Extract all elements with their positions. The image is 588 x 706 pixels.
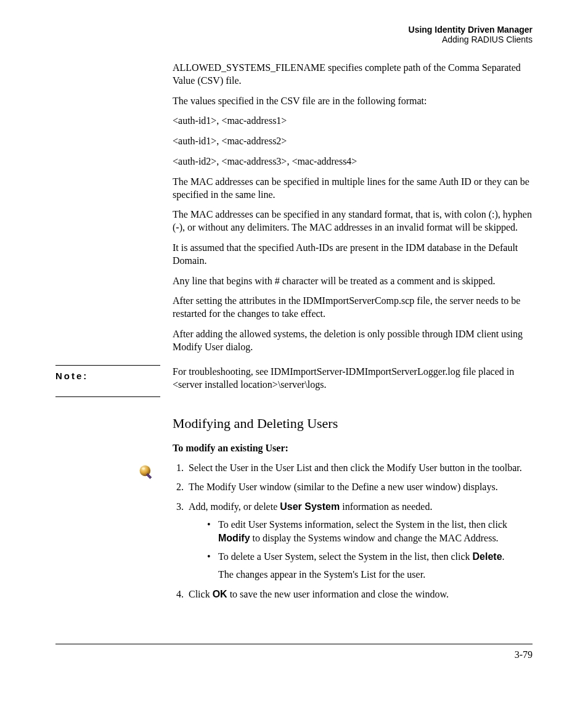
bullet-followup: The changes appear in the System's List … [218,568,533,581]
modify-user-icon [138,464,155,483]
section-heading-wrap: Modifying and Deleting Users To modify a… [173,416,533,454]
note-label-cell: Note: [55,361,173,397]
paragraph: <auth-id1>, <mac-address2> [173,135,533,148]
step-text: to save the new user information and clo… [227,589,449,599]
bullet-text: to display the Systems window and change… [250,533,499,543]
svg-point-1 [142,467,145,470]
step-2: The Modify User window (similar to the D… [186,480,533,494]
step-text: The Modify User window (similar to the D… [189,482,498,492]
bold-term: Delete [473,551,502,562]
paragraph: Any line that begins with # character wi… [173,275,533,288]
step-4: Click OK to save the new user informatio… [186,588,533,601]
step-text: Add, modify, or delete [189,501,280,512]
step-3: Add, modify, or delete User System infor… [186,500,533,581]
header-title: Using Identity Driven Manager [55,25,533,35]
procedure-icon-cell [55,461,173,483]
step-text: information as needed. [340,501,432,512]
note-label-box: Note: [55,365,160,397]
paragraph: After adding the allowed systems, the de… [173,328,533,354]
step-text: Click [189,589,213,599]
bold-term: User System [280,501,340,512]
bullet-text: . [502,551,505,562]
bold-term: OK [213,589,227,599]
paragraph: It is assumed that the specified Auth-ID… [173,242,533,268]
paragraph: ALLOWED_SYSTEMS_FILENAME specifies compl… [173,62,533,88]
paragraph: The values specified in the CSV file are… [173,95,533,108]
page-header: Using Identity Driven Manager Adding RAD… [55,25,533,44]
procedure-block: Select the User in the User List and the… [55,461,533,607]
bullet-item: To edit User Systems information, select… [207,518,533,544]
body-column: ALLOWED_SYSTEMS_FILENAME specifies compl… [173,62,533,354]
note-block: Note: For troubleshooting, see IDMImport… [55,361,533,397]
page-number: 3-79 [55,649,533,660]
paragraph: The MAC addresses can be specified in mu… [173,176,533,202]
note-label: Note: [55,371,88,381]
bold-term: Modify [218,533,250,543]
step-text: Select the User in the User List and the… [189,462,522,473]
step-1: Select the User in the User List and the… [186,461,533,475]
footer-rule [55,644,533,644]
page: Using Identity Driven Manager Adding RAD… [0,0,588,697]
note-text: For troubleshooting, see IDMImportServer… [173,361,533,392]
paragraph: The MAC addresses can be specified in an… [173,208,533,234]
header-subtitle: Adding RADIUS Clients [55,35,533,44]
section-subheading: To modify an existing User: [173,443,533,454]
section-heading: Modifying and Deleting Users [173,416,533,432]
bullet-text: To delete a User System, select the Syst… [218,551,473,562]
paragraph: <auth-id2>, <mac-address3>, <mac-address… [173,155,533,168]
paragraph: <auth-id1>, <mac-address1> [173,115,533,128]
bullet-item: To delete a User System, select the Syst… [207,550,533,581]
procedure-steps: Select the User in the User List and the… [173,461,533,607]
bullet-text: To edit User Systems information, select… [218,519,507,530]
paragraph: After setting the attributes in the IDMI… [173,295,533,321]
